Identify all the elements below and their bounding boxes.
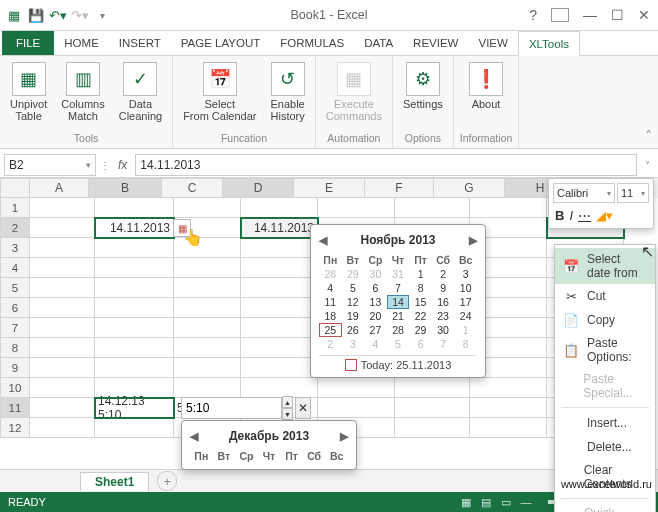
cal-day[interactable]: 8 bbox=[409, 281, 432, 295]
tab-data[interactable]: DATA bbox=[354, 31, 403, 55]
cell-G11[interactable] bbox=[470, 398, 547, 418]
ribbon-unpivot-table[interactable]: ▦UnpivotTable bbox=[6, 60, 51, 124]
cal-day[interactable]: 18 bbox=[319, 309, 342, 323]
cell-B5[interactable] bbox=[95, 278, 174, 298]
time-down-icon[interactable]: ▼ bbox=[282, 408, 293, 420]
tab-formulas[interactable]: FORMULAS bbox=[270, 31, 354, 55]
cal-day[interactable]: 30 bbox=[432, 323, 455, 337]
name-box[interactable]: B2 bbox=[4, 154, 96, 176]
time-close-icon[interactable]: ✕ bbox=[295, 397, 311, 419]
cell-A11[interactable] bbox=[30, 398, 95, 418]
add-sheet-button[interactable]: + bbox=[157, 471, 177, 491]
cal-day[interactable]: 2 bbox=[432, 267, 455, 281]
cal-day[interactable]: 30 bbox=[364, 267, 387, 281]
cell-B9[interactable] bbox=[95, 358, 174, 378]
menu-item-paste-options-[interactable]: 📋Paste Options: bbox=[555, 332, 655, 368]
cell-B8[interactable] bbox=[95, 338, 174, 358]
cell-A4[interactable] bbox=[30, 258, 95, 278]
row-header-9[interactable]: 9 bbox=[0, 358, 30, 378]
menu-item-insert-[interactable]: Insert... bbox=[555, 411, 655, 435]
fontsize-selector[interactable]: 11 bbox=[617, 183, 649, 203]
cell-C5[interactable] bbox=[174, 278, 241, 298]
cal-day[interactable]: 28 bbox=[319, 267, 342, 281]
cell-F10[interactable] bbox=[395, 378, 470, 398]
zoom-out-icon[interactable]: ― bbox=[521, 496, 532, 508]
ribbon-select-from-calendar[interactable]: 📅SelectFrom Calendar bbox=[179, 60, 260, 124]
cell-F1[interactable] bbox=[395, 198, 470, 218]
menu-item-select-date-from[interactable]: 📅Select date from bbox=[555, 248, 655, 284]
cal-day[interactable]: 9 bbox=[432, 281, 455, 295]
col-header-E[interactable]: E bbox=[294, 178, 365, 198]
save-icon[interactable]: 💾 bbox=[28, 7, 44, 23]
bold-button[interactable]: B bbox=[555, 208, 564, 223]
tab-xltools[interactable]: XLTools bbox=[518, 31, 580, 56]
cell-F12[interactable] bbox=[395, 418, 470, 438]
menu-item-copy[interactable]: 📄Copy bbox=[555, 308, 655, 332]
cal-day[interactable]: 5 bbox=[342, 281, 365, 295]
cal-day[interactable]: 4 bbox=[364, 337, 387, 351]
cal-prev-icon[interactable]: ◀ bbox=[319, 234, 327, 247]
ribbon-about[interactable]: ❗About bbox=[465, 60, 507, 112]
cell-D6[interactable] bbox=[241, 298, 318, 318]
cal-day[interactable]: 6 bbox=[409, 337, 432, 351]
cal-day[interactable]: 29 bbox=[342, 267, 365, 281]
cell-G12[interactable] bbox=[470, 418, 547, 438]
row-header-2[interactable]: 2 bbox=[0, 218, 30, 238]
cal-day[interactable]: 22 bbox=[409, 309, 432, 323]
view-pagebreak-icon[interactable]: ▭ bbox=[501, 496, 511, 509]
cal-day[interactable]: 27 bbox=[364, 323, 387, 337]
cell-D5[interactable] bbox=[241, 278, 318, 298]
cell-D3[interactable] bbox=[241, 238, 318, 258]
cancel-icon[interactable]: ⋮ bbox=[100, 160, 110, 171]
formula-bar[interactable]: 14.11.2013 bbox=[135, 154, 637, 176]
cell-C8[interactable] bbox=[174, 338, 241, 358]
cal-day[interactable]: 14 bbox=[387, 295, 410, 309]
row-header-5[interactable]: 5 bbox=[0, 278, 30, 298]
cell-D9[interactable] bbox=[241, 358, 318, 378]
cell-C6[interactable] bbox=[174, 298, 241, 318]
cal-day[interactable]: 12 bbox=[342, 295, 365, 309]
cell-D10[interactable] bbox=[241, 378, 318, 398]
row-header-12[interactable]: 12 bbox=[0, 418, 30, 438]
cell-B7[interactable] bbox=[95, 318, 174, 338]
cell-B4[interactable] bbox=[95, 258, 174, 278]
cell-D1[interactable] bbox=[241, 198, 318, 218]
cal2-title[interactable]: Декабрь 2013 bbox=[229, 429, 309, 443]
cell-A8[interactable] bbox=[30, 338, 95, 358]
view-normal-icon[interactable]: ▦ bbox=[461, 496, 471, 509]
cell-G10[interactable] bbox=[470, 378, 547, 398]
cell-A9[interactable] bbox=[30, 358, 95, 378]
cell-C9[interactable] bbox=[174, 358, 241, 378]
ribbon-enable-history[interactable]: ↺EnableHistory bbox=[266, 60, 308, 124]
cal-day[interactable]: 31 bbox=[387, 267, 410, 281]
cell-A10[interactable] bbox=[30, 378, 95, 398]
row-header-8[interactable]: 8 bbox=[0, 338, 30, 358]
cal-day[interactable]: 23 bbox=[432, 309, 455, 323]
cell-C7[interactable] bbox=[174, 318, 241, 338]
cell-F11[interactable] bbox=[395, 398, 470, 418]
tab-view[interactable]: VIEW bbox=[468, 31, 517, 55]
row-header-4[interactable]: 4 bbox=[0, 258, 30, 278]
minimize-icon[interactable]: ― bbox=[583, 7, 597, 23]
cell-E10[interactable] bbox=[318, 378, 395, 398]
cal-day[interactable]: 2 bbox=[319, 337, 342, 351]
row-header-1[interactable]: 1 bbox=[0, 198, 30, 218]
maximize-icon[interactable]: ☐ bbox=[611, 7, 624, 23]
cell-A6[interactable] bbox=[30, 298, 95, 318]
cal-day[interactable]: 5 bbox=[387, 337, 410, 351]
cal-day[interactable]: 11 bbox=[319, 295, 342, 309]
cell-B11[interactable]: 14.12.13 5:10 bbox=[95, 398, 174, 418]
cal-day[interactable]: 28 bbox=[387, 323, 410, 337]
cal-day[interactable]: 1 bbox=[409, 267, 432, 281]
menu-item-cut[interactable]: ✂Cut bbox=[555, 284, 655, 308]
cal-day[interactable]: 19 bbox=[342, 309, 365, 323]
cal-day[interactable]: 13 bbox=[364, 295, 387, 309]
row-header-3[interactable]: 3 bbox=[0, 238, 30, 258]
tab-pagelayout[interactable]: PAGE LAYOUT bbox=[171, 31, 270, 55]
select-all-button[interactable] bbox=[0, 178, 30, 198]
time-up-icon[interactable]: ▲ bbox=[282, 396, 293, 408]
cal-day[interactable]: 7 bbox=[432, 337, 455, 351]
col-header-B[interactable]: B bbox=[89, 178, 162, 198]
cell-A1[interactable] bbox=[30, 198, 95, 218]
redo-icon[interactable]: ↷▾ bbox=[72, 7, 88, 23]
